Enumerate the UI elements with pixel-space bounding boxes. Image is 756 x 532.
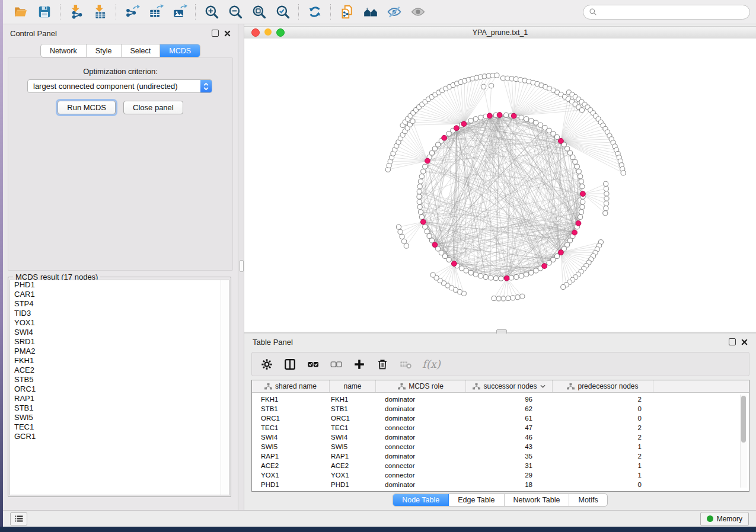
table-row[interactable]: YOX1YOX1connector291 bbox=[252, 470, 749, 480]
show-column-panel-button[interactable] bbox=[283, 358, 296, 371]
mcds-result-item[interactable]: STB1 bbox=[10, 403, 229, 413]
tab-select[interactable]: Select bbox=[122, 44, 161, 57]
mcds-result-item[interactable]: SWI5 bbox=[10, 413, 229, 422]
delete-column-button[interactable] bbox=[376, 358, 389, 371]
table-scrollbar[interactable] bbox=[740, 395, 747, 488]
table-cell: PHD1 bbox=[252, 481, 330, 488]
table-cell: dominator bbox=[376, 415, 466, 422]
table-row[interactable]: RAP1RAP1dominator352 bbox=[252, 451, 749, 461]
tab-style[interactable]: Style bbox=[87, 44, 122, 57]
zoom-out-button[interactable] bbox=[224, 2, 247, 22]
toolbar-separator bbox=[116, 4, 117, 20]
tab-motifs[interactable]: Motifs bbox=[569, 494, 607, 506]
main-toolbar bbox=[3, 0, 756, 24]
vertical-splitter[interactable] bbox=[238, 24, 244, 510]
export-network-button[interactable] bbox=[120, 2, 144, 22]
mcds-list-scrollbar[interactable] bbox=[221, 280, 229, 495]
toolbar-separator bbox=[330, 4, 331, 20]
hide-selected-button[interactable] bbox=[382, 2, 406, 22]
mcds-result-item[interactable]: TID3 bbox=[10, 309, 229, 318]
tab-node-table[interactable]: Node Table bbox=[393, 494, 449, 506]
table-row[interactable]: SWI4SWI4dominator462 bbox=[252, 432, 749, 442]
close-panel-icon[interactable] bbox=[224, 30, 231, 37]
close-panel-icon[interactable] bbox=[741, 339, 748, 345]
search-input[interactable] bbox=[600, 7, 744, 17]
first-neighbors-button[interactable] bbox=[359, 2, 382, 22]
mcds-result-item[interactable]: YOX1 bbox=[10, 318, 229, 328]
refresh-view-button[interactable] bbox=[303, 2, 327, 22]
zoom-fit-button[interactable] bbox=[247, 2, 271, 22]
tab-network-table[interactable]: Network Table bbox=[505, 494, 570, 506]
mcds-result-item[interactable]: FKH1 bbox=[10, 356, 229, 366]
float-panel-icon[interactable] bbox=[212, 30, 219, 37]
mcds-result-item[interactable]: SRD1 bbox=[10, 337, 229, 347]
export-table-icon bbox=[148, 4, 164, 20]
mcds-result-items: PHD1CAR1STP4TID3YOX1SWI4SRD1PMA2FKH1ACE2… bbox=[10, 280, 229, 441]
toolbar-separator bbox=[298, 4, 299, 20]
table-settings-button[interactable] bbox=[260, 358, 273, 371]
table-cell: 47 bbox=[466, 424, 553, 431]
column-header-shared-name[interactable]: shared name bbox=[252, 380, 330, 392]
toolbar-separator bbox=[60, 4, 61, 20]
mcds-result-item[interactable]: STP4 bbox=[10, 299, 229, 309]
mcds-result-list[interactable]: PHD1CAR1STP4TID3YOX1SWI4SRD1PMA2FKH1ACE2… bbox=[9, 280, 229, 495]
table-row[interactable]: ORC1ORC1dominator610 bbox=[252, 414, 749, 423]
zoom-in-button[interactable] bbox=[200, 2, 224, 22]
import-network-button[interactable] bbox=[65, 2, 88, 22]
tab-edge-table[interactable]: Edge Table bbox=[449, 494, 504, 506]
splitter-grip[interactable] bbox=[240, 260, 244, 272]
mcds-result-item[interactable]: PHD1 bbox=[10, 280, 229, 290]
mcds-result-item[interactable]: GCR1 bbox=[10, 432, 229, 441]
table-cell: 43 bbox=[466, 443, 553, 450]
float-panel-icon[interactable] bbox=[729, 338, 736, 345]
table-row[interactable]: ACE2ACE2connector311 bbox=[252, 461, 749, 470]
scrollbar-thumb[interactable] bbox=[741, 396, 746, 443]
mcds-result-item[interactable]: ORC1 bbox=[10, 384, 229, 394]
table-cell: FKH1 bbox=[252, 396, 330, 403]
mcds-result-item[interactable]: TEC1 bbox=[10, 422, 229, 432]
search-box[interactable] bbox=[583, 5, 750, 20]
close-panel-button[interactable]: Close panel bbox=[123, 101, 183, 114]
import-table-button[interactable] bbox=[88, 2, 112, 22]
table-cell: SWI5 bbox=[252, 443, 330, 450]
add-column-button[interactable] bbox=[353, 358, 366, 371]
network-view-window: YPA_prune.txt_1 bbox=[244, 24, 756, 334]
zoom-selected-button[interactable] bbox=[271, 2, 295, 22]
tab-network[interactable]: Network bbox=[41, 44, 87, 57]
column-header-successor-nodes[interactable]: successor nodes bbox=[466, 380, 553, 392]
mcds-result-item[interactable]: STB5 bbox=[10, 375, 229, 384]
deselect-all-rows-button[interactable] bbox=[330, 358, 343, 371]
criterion-dropdown[interactable]: largest connected component (undirected) bbox=[27, 79, 212, 93]
duplicate-network-button[interactable] bbox=[335, 2, 359, 22]
table-row[interactable]: TEC1TEC1connector472 bbox=[252, 423, 749, 432]
select-all-rows-button[interactable] bbox=[307, 358, 320, 371]
save-session-button[interactable] bbox=[33, 2, 56, 22]
mcds-result-item[interactable]: ACE2 bbox=[10, 366, 229, 375]
table-row[interactable]: PHD1PHD1dominator180 bbox=[252, 480, 749, 489]
run-mcds-button[interactable]: Run MCDS bbox=[58, 101, 116, 114]
task-history-button[interactable] bbox=[10, 512, 27, 525]
table-row[interactable]: FKH1FKH1dominator962 bbox=[252, 395, 749, 404]
mcds-result-item[interactable]: CAR1 bbox=[10, 290, 229, 299]
open-file-button[interactable] bbox=[9, 2, 33, 22]
mcds-result-group: MCDS result (17 nodes) PHD1CAR1STP4TID3Y… bbox=[8, 277, 231, 497]
export-image-button[interactable] bbox=[168, 2, 192, 22]
mcds-result-item[interactable]: RAP1 bbox=[10, 394, 229, 403]
network-titlebar[interactable]: YPA_prune.txt_1 bbox=[244, 26, 756, 39]
show-all-button[interactable] bbox=[406, 2, 430, 22]
tab-mcds[interactable]: MCDS bbox=[160, 44, 200, 57]
export-table-button[interactable] bbox=[144, 2, 168, 22]
column-header-mcds-role[interactable]: MCDS role bbox=[376, 380, 466, 392]
memory-button[interactable]: Memory bbox=[700, 512, 749, 526]
mcds-result-item[interactable]: PMA2 bbox=[10, 347, 229, 356]
column-header-predecessor-nodes[interactable]: predecessor nodes bbox=[553, 380, 653, 392]
delete-table-button[interactable] bbox=[399, 358, 412, 371]
criterion-dropdown-value: largest connected component (undirected) bbox=[28, 82, 200, 91]
function-builder-button[interactable]: f(x) bbox=[422, 358, 441, 370]
table-row[interactable]: STB1STB1dominator620 bbox=[252, 404, 749, 414]
mcds-result-item[interactable]: SWI4 bbox=[10, 328, 229, 337]
network-canvas[interactable] bbox=[244, 39, 756, 332]
table-cell: 61 bbox=[466, 415, 553, 422]
column-header-name[interactable]: name bbox=[330, 380, 376, 392]
table-row[interactable]: SWI5SWI5connector431 bbox=[252, 442, 749, 451]
